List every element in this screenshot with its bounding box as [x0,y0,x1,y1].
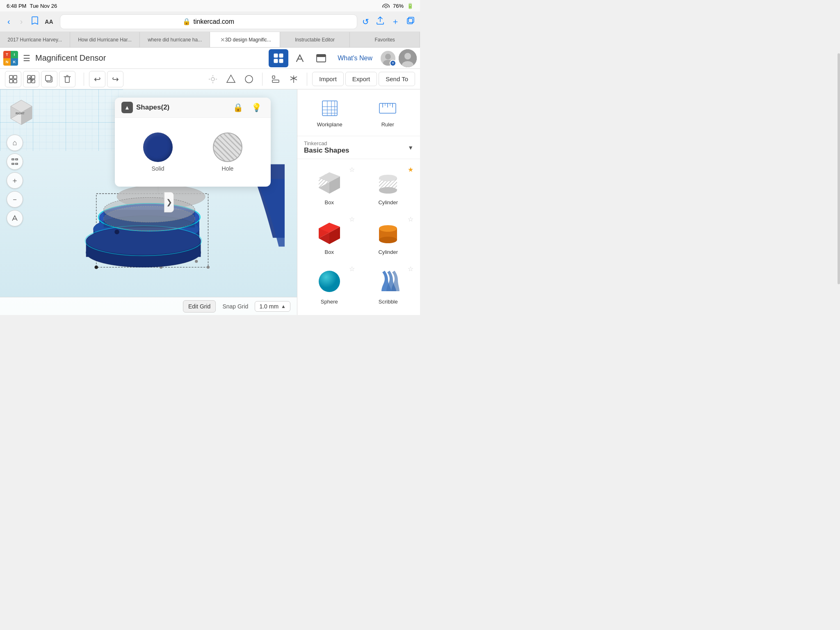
panel-toggle-chevron[interactable]: ❯ [164,192,174,212]
svg-rect-45 [16,163,18,164]
import-button[interactable]: Import [312,72,344,86]
undo-redo-group: ↩ ↪ [89,71,123,87]
shapes-lock-button[interactable]: 🔒 [231,102,246,113]
url-field[interactable]: 🔒 tinkercad.com [60,14,357,29]
light-button[interactable] [205,71,221,87]
add-user-button[interactable]: + [379,49,397,67]
svg-rect-33 [272,76,275,78]
collapse-panel-button[interactable]: ▲ [121,102,133,113]
forward-button[interactable]: › [18,15,25,28]
shapes-grid: Solid Hole [115,118,271,187]
undo-button[interactable]: ↩ [89,71,105,87]
svg-rect-34 [272,80,279,82]
lock-icon: 🔒 [183,18,191,25]
share-button[interactable] [376,16,385,27]
zoom-out-button[interactable]: － [7,191,23,208]
toolbar-divider-1 [84,73,84,86]
sphere-blue-label: Sphere [321,299,338,305]
shape-cylinder-gray[interactable]: ★ Cylinder [360,162,417,210]
shape-scribble[interactable]: ☆ Scribble [360,262,417,310]
star-scribble[interactable]: ☆ [408,265,413,273]
build-mode-button[interactable] [290,49,310,67]
ruler-tool[interactable]: Ruler [361,94,415,131]
tab-hurricane-1[interactable]: 2017 Hurricane Harvey... [0,32,70,47]
shapes-scroll[interactable]: ☆ Box [297,159,420,315]
send-to-button[interactable]: Send To [379,72,415,86]
svg-point-52 [195,260,198,263]
user-avatar-button[interactable] [399,49,417,67]
add-tab-button[interactable]: ＋ [391,16,399,27]
battery-display: 76% [393,3,404,9]
menu-button[interactable]: ☰ [21,52,32,65]
group-button[interactable] [5,71,21,87]
circle-tool-button[interactable] [241,71,257,87]
reader-button[interactable]: AA [45,18,53,25]
shapes-category-label: Tinkercad [304,140,408,146]
tabs-bar: 2017 Hurricane Harvey... How did Hurrica… [0,32,420,48]
workplane-label: Workplane [317,121,342,128]
tab-hurricane-2[interactable]: How did Hurricane Har... [70,32,140,47]
shapes-dropdown-arrow[interactable]: ▼ [408,144,413,151]
solid-shape-item[interactable]: Solid [123,126,193,178]
time-display: 6:48 PM [7,3,26,9]
svg-point-98 [379,237,397,243]
star-cylinder-orange[interactable]: ☆ [408,215,413,223]
nav-cube[interactable]: RIGHT [7,96,36,126]
header-actions: What's New + [269,49,417,67]
snap-value-control[interactable]: 1.0 mm ▲ [255,301,290,312]
box-red-icon [315,217,344,247]
viewport-controls: ⌂ ＋ － [7,135,23,226]
duplicate-button[interactable] [41,71,57,87]
tab-tinkercad[interactable]: ✕ 3D design Magnific... [210,32,280,47]
svg-rect-4 [274,59,278,63]
svg-point-32 [245,75,253,83]
fit-button[interactable] [7,153,23,170]
shape-box-gray[interactable]: ☆ Box [301,162,358,210]
home-button[interactable]: ⌂ [7,135,23,151]
shape-box-red[interactable]: ☆ Box [301,212,358,260]
tab-instructable[interactable]: Instructable Editor [280,32,350,47]
shape-cylinder-orange[interactable]: ☆ Cylinder [360,212,417,260]
shape-sphere-blue[interactable]: ☆ Sphere [301,262,358,310]
workplane-tool[interactable]: Workplane [302,94,357,131]
tabs-overview-button[interactable] [406,16,415,27]
perspective-button[interactable] [7,210,23,226]
tab-label: Favorites [375,37,395,43]
shapes-category-title: Basic Shapes [304,146,408,155]
code-mode-button[interactable] [311,49,331,67]
grid-view-button[interactable] [269,49,288,67]
wifi-icon [382,2,390,9]
star-cylinder-gray[interactable]: ★ [408,166,413,173]
svg-rect-3 [279,54,283,57]
shapes-light-button[interactable]: 💡 [249,102,264,113]
redo-button[interactable]: ↪ [107,71,123,87]
mirror-button[interactable] [285,71,302,87]
reload-button[interactable]: ↺ [362,16,369,27]
main-area: RIGHT ⌂ ＋ － [0,89,420,315]
svg-point-27 [211,78,215,81]
bookmarks-button[interactable] [30,16,40,27]
shape-tool-button[interactable] [223,71,239,87]
svg-point-8 [385,54,391,59]
star-sphere-blue[interactable]: ☆ [349,265,355,273]
svg-rect-44 [12,163,14,164]
export-button[interactable]: Export [345,72,377,86]
ungroup-button[interactable] [23,71,39,87]
shapes-panel: ▲ Shapes(2) 🔒 💡 Solid Hole [115,98,271,187]
whats-new-button[interactable]: What's New [333,53,377,64]
hole-label: Hole [222,165,234,172]
star-box-red[interactable]: ☆ [349,215,355,223]
back-button[interactable]: ‹ [5,15,13,28]
tab-close-button[interactable]: ✕ [220,37,225,43]
tab-hurricane-3[interactable]: where did hurricane ha... [140,32,210,47]
align-button[interactable] [267,71,284,87]
zoom-in-button[interactable]: ＋ [7,172,23,189]
delete-button[interactable] [59,71,75,87]
edit-grid-button[interactable]: Edit Grid [183,300,216,313]
star-box-gray[interactable]: ☆ [349,166,355,173]
svg-rect-2 [274,54,278,57]
snap-bar: Edit Grid Snap Grid 1.0 mm ▲ [0,297,297,315]
viewport[interactable]: RIGHT ⌂ ＋ － [0,89,297,315]
hole-shape-item[interactable]: Hole [193,126,262,178]
tab-favorites[interactable]: Favorites [350,32,420,47]
